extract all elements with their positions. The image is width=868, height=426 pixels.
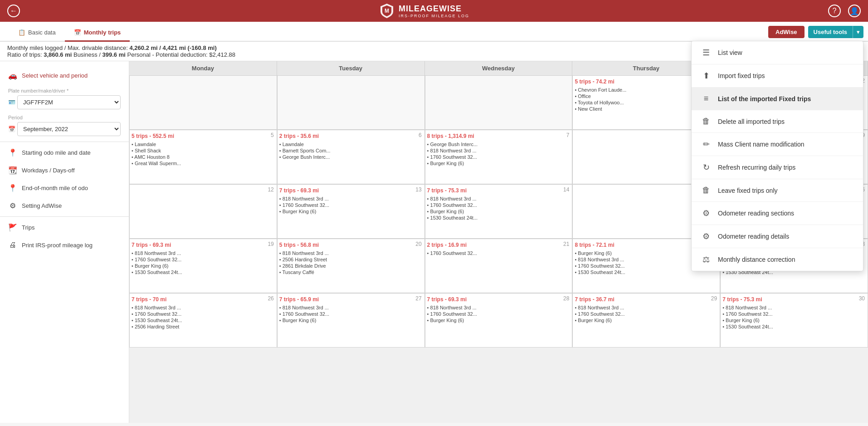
sidebar-item-trips[interactable]: 🚩 Trips bbox=[0, 219, 129, 236]
calendar-trip-item[interactable]: Great Wall Superm... bbox=[132, 160, 275, 166]
period-label: Period bbox=[8, 115, 121, 120]
calendar-trip-item[interactable]: Lawndale bbox=[132, 141, 275, 147]
calendar-trip-item[interactable]: Burger King (6) bbox=[279, 208, 423, 215]
calendar-trip-item[interactable]: 1760 Southwest 32... bbox=[427, 202, 571, 208]
useful-tools-dropdown-button[interactable]: ▾ bbox=[853, 26, 863, 38]
calendar-cell[interactable]: 137 trips - 69.3 mi818 Northwest 3rd ...… bbox=[277, 184, 425, 239]
calendar-cell-number: 13 bbox=[415, 186, 421, 193]
calendar-cell-number: 20 bbox=[415, 241, 421, 247]
calendar-cell[interactable]: 267 trips - 70 mi818 Northwest 3rd ...17… bbox=[129, 293, 277, 348]
calendar-trip-item[interactable]: 1760 Southwest 32... bbox=[427, 311, 571, 317]
dropdown-item-mass-client-name[interactable]: ✏Mass Client name modification bbox=[692, 133, 863, 156]
calendar-trip-item[interactable]: 1760 Southwest 32... bbox=[279, 202, 423, 208]
calendar-trip-item[interactable]: 818 Northwest 3rd ... bbox=[427, 196, 571, 202]
dropdown-item-import-fixed-trips[interactable]: ⬆Import fixed trips bbox=[692, 64, 863, 88]
calendar-trip-item[interactable]: 1760 Southwest 32... bbox=[722, 311, 866, 317]
sidebar-item-setting-adwise[interactable]: ⚙ Setting AdWise bbox=[0, 197, 129, 215]
sidebar-item-select-vehicle[interactable]: 🚗 Select vehicle and period bbox=[0, 67, 129, 84]
calendar-cell[interactable]: 205 trips - 56.8 mi818 Northwest 3rd ...… bbox=[277, 239, 425, 293]
calendar-trip-item[interactable]: 818 Northwest 3rd ... bbox=[132, 250, 275, 256]
dropdown-item-list-view[interactable]: ☰List view bbox=[692, 41, 863, 64]
chevron-down-icon: ▾ bbox=[857, 29, 860, 35]
back-button[interactable]: ← bbox=[7, 5, 20, 17]
dropdown-item-leave-fixed-trips[interactable]: 🗑Leave fixed trips only bbox=[692, 179, 863, 202]
calendar-cell-number: 27 bbox=[415, 295, 421, 302]
calendar-cell[interactable]: 78 trips - 1,314.9 miGeorge Bush Interc.… bbox=[425, 130, 573, 184]
calendar-trip-item[interactable]: George Bush Interc... bbox=[279, 154, 423, 160]
adwise-button[interactable]: AdWise bbox=[768, 26, 805, 38]
calendar-trip-item[interactable]: 818 Northwest 3rd ... bbox=[575, 304, 718, 311]
calendar-trip-item[interactable]: 818 Northwest 3rd ... bbox=[132, 304, 275, 311]
calendar-trip-item[interactable]: 1760 Southwest 32... bbox=[132, 311, 275, 317]
calendar-trip-item[interactable]: Burger King (6) bbox=[427, 160, 571, 166]
calendar-cell[interactable]: 212 trips - 16.9 mi1760 Southwest 32... bbox=[425, 239, 573, 293]
plate-select[interactable]: JGF7FF2M bbox=[17, 95, 121, 109]
calendar-trip-item[interactable]: 1530 Southeast 24t... bbox=[132, 317, 275, 323]
calendar-trip-item[interactable]: 818 Northwest 3rd ... bbox=[722, 304, 866, 311]
calendar-trip-item[interactable]: 818 Northwest 3rd ... bbox=[279, 196, 423, 202]
logo-main-text: MILEAGEWISE bbox=[399, 4, 469, 14]
calendar-trip-item[interactable]: 1760 Southwest 32... bbox=[575, 311, 718, 317]
calendar-cell[interactable]: 287 trips - 69.3 mi818 Northwest 3rd ...… bbox=[425, 293, 573, 348]
calendar-trip-item[interactable]: 818 Northwest 3rd ... bbox=[427, 147, 571, 154]
calendar-trip-item[interactable]: Burger King (6) bbox=[132, 263, 275, 269]
calendar-trip-item[interactable]: 1530 Southeast 24t... bbox=[722, 323, 866, 330]
sidebar-item-workdays[interactable]: 📆 Workdays / Days-off bbox=[0, 162, 129, 179]
logo-text-block: MILEAGEWISE IRS-PROOF MILEAGE LOG bbox=[399, 4, 469, 18]
calendar-trip-item[interactable]: 2506 Harding Street bbox=[132, 323, 275, 330]
help-icon: ? bbox=[833, 7, 837, 15]
stats-line2-prefix: Ratio of trips: bbox=[7, 51, 44, 58]
calendar-trip-item[interactable]: 818 Northwest 3rd ... bbox=[427, 304, 571, 311]
monthly-trips-icon: 📅 bbox=[74, 29, 81, 36]
calendar-cell[interactable]: 55 trips - 552.5 miLawndaleShell ShackAM… bbox=[129, 130, 277, 184]
calendar-trip-item[interactable]: George Bush Interc... bbox=[427, 141, 571, 147]
settings-icon: ⚙ bbox=[8, 201, 17, 210]
calendar-trip-item[interactable]: Burger King (6) bbox=[722, 317, 866, 323]
calendar-cell[interactable]: 307 trips - 75.3 mi818 Northwest 3rd ...… bbox=[720, 293, 868, 348]
calendar-trip-item[interactable]: Tuscany Caffé bbox=[279, 269, 423, 275]
user-button[interactable]: 👤 bbox=[848, 5, 861, 17]
dropdown-item-refresh-recurring[interactable]: ↻Refresh recurring daily trips bbox=[692, 156, 863, 179]
calendar-trip-item[interactable]: Burger King (6) bbox=[427, 208, 571, 215]
calendar-cell[interactable]: 297 trips - 36.7 mi818 Northwest 3rd ...… bbox=[572, 293, 720, 348]
calendar-trips-summary: 8 trips - 1,314.9 mi bbox=[427, 133, 571, 139]
dropdown-item-delete-all-imported[interactable]: 🗑Delete all imported trips bbox=[692, 110, 863, 133]
calendar-trip-item[interactable]: Lawndale bbox=[279, 141, 423, 147]
calendar-cell[interactable]: 62 trips - 35.6 miLawndaleBarnett Sports… bbox=[277, 130, 425, 184]
dropdown-item-odometer-details[interactable]: ⚙Odometer reading details bbox=[692, 225, 863, 248]
calendar-trip-item[interactable]: Burger King (6) bbox=[279, 317, 423, 323]
sidebar-item-starting-odo[interactable]: 📍 Starting odo mile and date bbox=[0, 144, 129, 162]
calendar-trip-item[interactable]: 1760 Southwest 32... bbox=[427, 154, 571, 160]
calendar-icon: 📅 bbox=[8, 126, 15, 132]
odo-icon: 📍 bbox=[8, 148, 17, 157]
calendar-trip-item[interactable]: 2506 Harding Street bbox=[279, 256, 423, 263]
calendar-trip-item[interactable]: 818 Northwest 3rd ... bbox=[279, 250, 423, 256]
tab-basic-data[interactable]: 📋 Basic data bbox=[9, 24, 65, 42]
calendar-cell[interactable]: 277 trips - 65.9 mi818 Northwest 3rd ...… bbox=[277, 293, 425, 348]
calendar-trip-item[interactable]: Shell Shack bbox=[132, 147, 275, 154]
dropdown-item-odometer-sections[interactable]: ⚙Odometer reading sections bbox=[692, 202, 863, 225]
useful-tools-button[interactable]: Useful tools bbox=[808, 26, 853, 38]
calendar-cell-number: 5 bbox=[271, 132, 274, 138]
calendar-trip-item[interactable]: 1760 Southwest 32... bbox=[132, 256, 275, 263]
calendar-trip-item[interactable]: 1530 Southeast 24t... bbox=[427, 215, 571, 221]
calendar-trip-item[interactable]: AMC Houston 8 bbox=[132, 154, 275, 160]
tab-monthly-trips[interactable]: 📅 Monthly trips bbox=[65, 24, 130, 42]
calendar-trip-item[interactable]: Burger King (6) bbox=[427, 317, 571, 323]
calendar-trip-item[interactable]: Barnett Sports Com... bbox=[279, 147, 423, 154]
calendar-trip-item[interactable]: 1760 Southwest 32... bbox=[427, 250, 571, 256]
calendar-cell[interactable]: 197 trips - 69.3 mi818 Northwest 3rd ...… bbox=[129, 239, 277, 293]
help-button[interactable]: ? bbox=[828, 5, 841, 17]
calendar-trip-item[interactable]: 1760 Southwest 32... bbox=[279, 311, 423, 317]
calendar-trip-item[interactable]: 2861 Birkdale Drive bbox=[279, 263, 423, 269]
sidebar-item-print[interactable]: 🖨 Print IRS-proof mileage log bbox=[0, 236, 129, 254]
calendar-trip-item[interactable]: 818 Northwest 3rd ... bbox=[279, 304, 423, 311]
sidebar-item-eom[interactable]: 📍 End-of-month mile of odo bbox=[0, 179, 129, 197]
period-select[interactable]: September, 2022 bbox=[17, 122, 121, 136]
dropdown-item-monthly-distance[interactable]: ⚖Monthly distance correction bbox=[692, 248, 863, 271]
calendar-trip-item[interactable]: 1530 Southeast 24t... bbox=[132, 269, 275, 275]
calendar-cell[interactable]: 147 trips - 75.3 mi818 Northwest 3rd ...… bbox=[425, 184, 573, 239]
calendar-trip-item[interactable]: Burger King (6) bbox=[575, 317, 718, 323]
dropdown-item-list-imported-fixed-trips[interactable]: ≡List of the imported Fixed trips bbox=[692, 88, 863, 110]
calendar-trips-summary: 2 trips - 35.6 mi bbox=[279, 133, 423, 139]
